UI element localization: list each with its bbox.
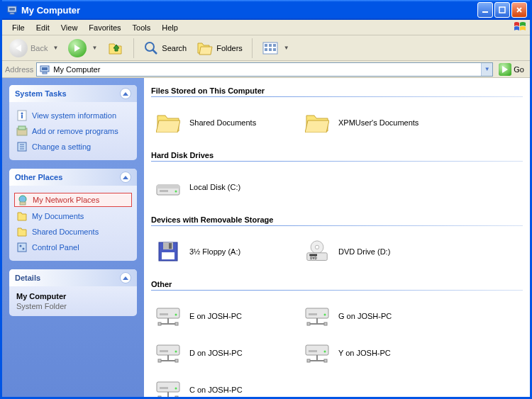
item-network-drive-e[interactable]: E on JOSH-PC: [151, 298, 300, 335]
address-field[interactable]: My Computer ▼: [36, 62, 493, 77]
svg-point-28: [20, 245, 22, 247]
svg-rect-69: [307, 359, 310, 362]
svg-line-8: [153, 50, 157, 54]
item-network-drive-c[interactable]: C on JOSH-PC: [151, 371, 300, 397]
panel-head-other-places[interactable]: Other Places: [9, 169, 137, 186]
search-button[interactable]: Search: [139, 38, 191, 59]
address-label: Address: [5, 65, 33, 74]
up-button[interactable]: [103, 37, 128, 60]
network-drive-icon: [155, 341, 181, 365]
menu-tools[interactable]: Tools: [127, 21, 157, 34]
item-label: XPMUser's Documents: [338, 118, 419, 127]
details-name: My Computer: [16, 292, 130, 300]
panel-head-details[interactable]: Details: [9, 269, 137, 286]
up-folder-icon: [107, 40, 124, 57]
panel-details: Details My Computer System Folder: [9, 269, 137, 316]
window-title-wrap: My Computer: [5, 4, 476, 16]
go-button[interactable]: Go: [496, 62, 527, 77]
item-label: Local Disk (C:): [189, 183, 240, 191]
go-icon: [499, 63, 511, 76]
network-places-icon: [17, 194, 28, 206]
svg-rect-23: [18, 126, 26, 130]
item-network-drive-d[interactable]: D on JOSH-PC: [151, 335, 300, 371]
svg-point-29: [23, 248, 25, 250]
minimize-button[interactable]: [477, 2, 493, 18]
svg-rect-13: [265, 48, 267, 51]
menu-favorites[interactable]: Favorites: [83, 21, 126, 34]
item-shared-documents[interactable]: Shared Documents: [151, 104, 300, 141]
task-change-setting[interactable]: Change a setting: [16, 139, 130, 154]
item-label: Shared Documents: [189, 118, 256, 127]
address-dropdown-button[interactable]: ▼: [481, 63, 492, 76]
svg-rect-56: [324, 322, 327, 325]
folders-button[interactable]: Folders: [192, 38, 247, 59]
hard-drive-icon: [155, 178, 181, 196]
views-icon: [262, 41, 279, 55]
maximize-button[interactable]: [494, 2, 510, 18]
menu-view[interactable]: View: [55, 21, 84, 34]
task-shared-documents[interactable]: Shared Documents: [16, 224, 130, 240]
folder-icon: [16, 226, 28, 237]
item-dvd-d[interactable]: DVD DVD Drive (D:): [300, 233, 449, 270]
group-removable-heading: Devices with Removable Storage: [151, 211, 523, 227]
panel-title: System Tasks: [15, 89, 67, 98]
close-button[interactable]: [511, 2, 527, 18]
item-user-documents[interactable]: XPMUser's Documents: [300, 104, 449, 141]
task-my-network-places[interactable]: My Network Places: [14, 193, 132, 207]
menu-edit[interactable]: Edit: [31, 21, 55, 34]
panel-head-system-tasks[interactable]: System Tasks: [9, 85, 137, 102]
svg-point-32: [175, 191, 177, 193]
forward-button[interactable]: ▼: [64, 36, 101, 60]
windows-flag-icon: [513, 21, 528, 33]
svg-rect-2: [10, 13, 14, 14]
svg-rect-52: [309, 313, 317, 315]
svg-rect-3: [482, 11, 488, 13]
content-pane[interactable]: Files Stored on This Computer Shared Doc…: [144, 78, 530, 397]
task-label: Control Panel: [32, 243, 79, 252]
menubar: File Edit View Favorites Tools Help: [2, 20, 530, 35]
svg-point-72: [175, 388, 177, 390]
address-value: My Computer: [53, 65, 100, 74]
back-icon: [9, 39, 28, 57]
panel-title: Details: [15, 274, 40, 282]
svg-rect-11: [269, 44, 272, 47]
item-local-disk-c[interactable]: Local Disk (C:): [151, 169, 300, 206]
main-area: System Tasks View system information Add…: [2, 78, 530, 397]
item-label: D on JOSH-PC: [189, 349, 243, 357]
svg-rect-48: [158, 322, 161, 325]
collapse-icon: [120, 88, 131, 99]
back-button[interactable]: Back ▼: [5, 36, 62, 60]
svg-point-20: [21, 113, 23, 115]
forward-icon: [68, 39, 87, 57]
svg-rect-63: [175, 359, 178, 362]
my-computer-icon: [6, 4, 18, 16]
menu-file[interactable]: File: [6, 21, 31, 34]
svg-rect-1: [9, 8, 15, 11]
task-label: My Network Places: [33, 196, 99, 204]
svg-rect-36: [169, 243, 172, 249]
svg-rect-33: [160, 190, 168, 192]
svg-rect-59: [160, 350, 168, 352]
menu-help[interactable]: Help: [156, 21, 184, 34]
views-button[interactable]: ▼: [257, 38, 294, 58]
item-network-drive-y[interactable]: Y on JOSH-PC: [300, 335, 449, 371]
svg-rect-55: [307, 322, 310, 325]
item-floppy-a[interactable]: 3½ Floppy (A:): [151, 233, 300, 270]
task-my-documents[interactable]: My Documents: [16, 208, 130, 224]
svg-rect-14: [269, 48, 272, 51]
svg-rect-73: [160, 387, 168, 389]
folder-icon: [16, 210, 28, 222]
svg-rect-45: [160, 313, 168, 315]
task-add-remove-programs[interactable]: Add or remove programs: [16, 123, 130, 139]
task-view-system-info[interactable]: View system information: [16, 108, 130, 123]
task-control-panel[interactable]: Control Panel: [16, 240, 130, 255]
task-label: View system information: [32, 111, 116, 120]
network-drive-icon: [304, 341, 330, 365]
item-network-drive-g[interactable]: G on JOSH-PC: [300, 298, 449, 335]
svg-rect-21: [21, 115, 23, 118]
group-hdd-heading: Hard Disk Drives: [151, 147, 523, 163]
item-label: DVD Drive (D:): [338, 247, 390, 256]
sidebar: System Tasks View system information Add…: [2, 78, 144, 397]
task-label: Shared Documents: [32, 227, 99, 236]
floppy-icon: [157, 241, 179, 262]
